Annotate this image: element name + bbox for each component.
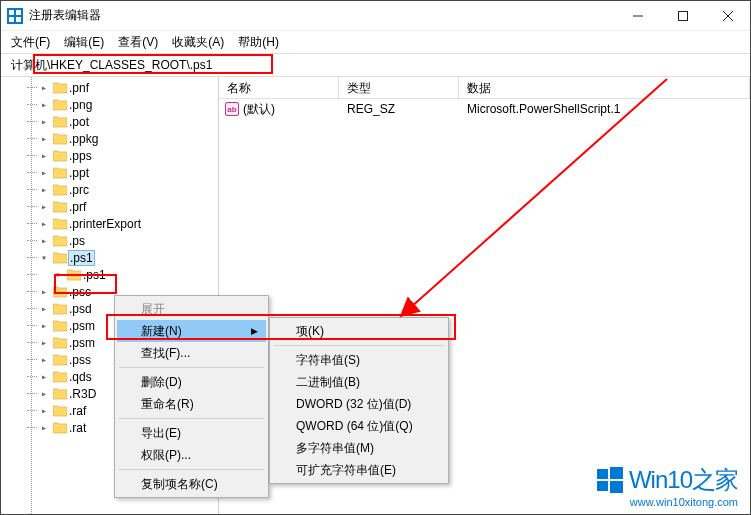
context-submenu-new: 项(K) 字符串值(S) 二进制值(B) DWORD (32 位)值(D) QW… [269,317,449,484]
col-data[interactable]: 数据 [459,77,750,98]
tree-item[interactable]: ▸.pps [37,147,218,164]
ctx-copy-key-name[interactable]: 复制项名称(C) [117,473,266,495]
expand-icon[interactable]: ▸ [37,235,51,246]
tree-item-label: .psm [69,336,95,350]
ctx-expand[interactable]: 展开 [117,298,266,320]
expand-icon[interactable]: ▸ [37,167,51,178]
folder-icon [53,371,67,383]
folder-icon [53,354,67,366]
tree-item-label: .psm [69,319,95,333]
ctx-rename[interactable]: 重命名(R) [117,393,266,415]
tree-item[interactable]: ▸.pnf [37,79,218,96]
sub-multi[interactable]: 多字符串值(M) [272,437,446,459]
tree-guide-line [31,77,32,514]
value-row[interactable]: ab (默认) REG_SZ Microsoft.PowerShellScrip… [219,99,750,119]
context-menu: 展开 新建(N) ▶ 查找(F)... 删除(D) 重命名(R) 导出(E) 权… [114,295,269,498]
expand-icon[interactable]: ▸ [37,371,51,382]
submenu-arrow-icon: ▶ [251,326,258,336]
tree-item-label: .prf [69,200,86,214]
app-icon [7,8,23,24]
expand-icon[interactable]: ▾ [37,252,51,263]
expand-icon[interactable]: ▸ [37,133,51,144]
expand-icon[interactable]: ▸ [37,422,51,433]
menu-file[interactable]: 文件(F) [5,32,56,53]
expand-icon[interactable]: ▸ [37,354,51,365]
window-controls [615,1,750,31]
tree-item[interactable]: ▸.prf [37,198,218,215]
folder-icon [53,405,67,417]
value-data: Microsoft.PowerShellScript.1 [459,102,620,116]
address-input[interactable] [7,56,744,74]
tree-item-label: .pot [69,115,89,129]
folder-icon [53,184,67,196]
tree-item[interactable]: ▸.png [37,96,218,113]
expand-icon[interactable]: ▸ [37,150,51,161]
folder-icon [53,133,67,145]
separator [119,367,264,368]
tree-item[interactable]: ▸.ps [37,232,218,249]
ctx-new-label: 新建(N) [141,323,182,340]
menu-view[interactable]: 查看(V) [112,32,164,53]
ctx-export[interactable]: 导出(E) [117,422,266,444]
expand-icon[interactable]: ▸ [37,405,51,416]
expand-icon[interactable]: ▸ [37,337,51,348]
windows-logo-icon [597,467,623,493]
ctx-delete[interactable]: 删除(D) [117,371,266,393]
expand-icon[interactable]: ▸ [37,116,51,127]
tree-item[interactable]: ▾.ps1 [37,266,218,283]
folder-icon [53,286,67,298]
tree-item-label: .png [69,98,92,112]
folder-icon [53,320,67,332]
tree-item-label: .ps [69,234,85,248]
tree-item[interactable]: ▸.pot [37,113,218,130]
tree-item-label: .pss [69,353,91,367]
column-headers: 名称 类型 数据 [219,77,750,99]
tree-item-label: .ppt [69,166,89,180]
expand-icon[interactable]: ▸ [37,218,51,229]
tree-item-label: .ppkg [69,132,98,146]
expand-icon[interactable]: ▸ [37,286,51,297]
expand-icon[interactable]: ▸ [37,320,51,331]
close-button[interactable] [705,1,750,31]
col-name[interactable]: 名称 [219,77,339,98]
value-name: (默认) [243,101,275,118]
sub-qword[interactable]: QWORD (64 位)值(Q) [272,415,446,437]
col-type[interactable]: 类型 [339,77,459,98]
tree-item-label: .prc [69,183,89,197]
sub-key[interactable]: 项(K) [272,320,446,342]
expand-icon[interactable]: ▸ [37,388,51,399]
expand-icon[interactable]: ▸ [37,82,51,93]
svg-rect-4 [16,17,21,22]
maximize-button[interactable] [660,1,705,31]
sub-dword[interactable]: DWORD (32 位)值(D) [272,393,446,415]
folder-icon [67,269,81,281]
tree-item[interactable]: ▸.printerExport [37,215,218,232]
menu-bar: 文件(F) 编辑(E) 查看(V) 收藏夹(A) 帮助(H) [1,31,750,53]
folder-icon [53,388,67,400]
tree-item[interactable]: ▸.ppkg [37,130,218,147]
expand-icon[interactable]: ▸ [37,201,51,212]
ctx-permissions[interactable]: 权限(P)... [117,444,266,466]
folder-icon [53,201,67,213]
svg-rect-12 [597,481,608,491]
sub-binary[interactable]: 二进制值(B) [272,371,446,393]
window-title: 注册表编辑器 [29,7,615,24]
tree-item[interactable]: ▸.prc [37,181,218,198]
svg-rect-6 [678,11,687,20]
menu-help[interactable]: 帮助(H) [232,32,285,53]
expand-icon[interactable]: ▸ [37,303,51,314]
tree-item[interactable]: ▸.ppt [37,164,218,181]
svg-rect-2 [16,10,21,15]
expand-icon[interactable]: ▸ [37,99,51,110]
menu-edit[interactable]: 编辑(E) [58,32,110,53]
minimize-button[interactable] [615,1,660,31]
menu-favorites[interactable]: 收藏夹(A) [166,32,230,53]
sub-expand[interactable]: 可扩充字符串值(E) [272,459,446,481]
tree-item[interactable]: ▾.ps1 [37,249,218,266]
tree-item-label: .psc [69,285,91,299]
ctx-find[interactable]: 查找(F)... [117,342,266,364]
expand-icon[interactable]: ▸ [37,184,51,195]
expand-icon[interactable]: ▾ [51,269,65,280]
sub-string[interactable]: 字符串值(S) [272,349,446,371]
ctx-new[interactable]: 新建(N) ▶ [117,320,266,342]
